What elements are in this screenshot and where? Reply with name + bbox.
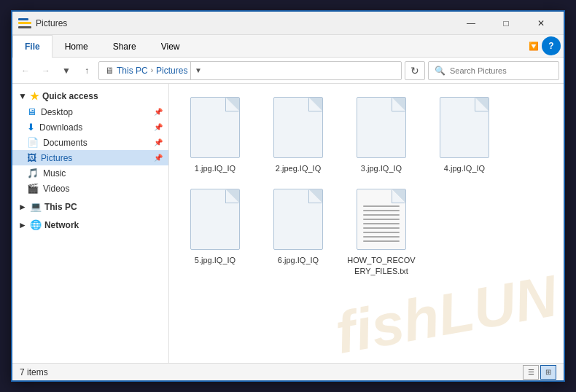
network-header[interactable]: ► 🌐 Network — [12, 217, 168, 232]
file-icon-1 — [190, 97, 240, 158]
this-pc-icon: 🖥 — [105, 66, 114, 76]
status-bar: 7 items ☰ ⊞ — [12, 363, 564, 380]
sidebar: ▼ ★ Quick access 🖥 Desktop 📌 ⬇ Downloads… — [12, 84, 169, 363]
sidebar-item-desktop[interactable]: 🖥 Desktop 📌 — [12, 104, 168, 119]
network-section: ► 🌐 Network — [12, 217, 168, 232]
this-pc-header[interactable]: ► 💻 This PC — [12, 199, 168, 214]
file-icon-4 — [440, 97, 489, 158]
file-icon-6 — [273, 189, 323, 250]
dropdown-recent-button[interactable]: ▼ — [58, 62, 75, 79]
file-icon-wrapper-4 — [435, 95, 494, 160]
path-this-pc[interactable]: This PC — [117, 66, 148, 76]
expand-icon: 🔽 — [529, 42, 539, 51]
sidebar-item-pictures-label: Pictures — [41, 153, 72, 163]
item-count: 7 items — [20, 367, 48, 377]
desktop-icon: 🖥 — [27, 106, 36, 117]
file-name-1: 1.jpg.IQ_IQ — [195, 163, 236, 173]
file-icon-wrapper-5 — [186, 187, 244, 252]
title-bar-controls: — □ ✕ — [454, 12, 558, 35]
up-button[interactable]: ↑ — [78, 62, 96, 79]
path-pictures[interactable]: Pictures — [156, 66, 187, 76]
window-icon — [18, 18, 31, 28]
close-button[interactable]: ✕ — [524, 12, 558, 35]
ribbon-tabs: File Home Share View 🔽 ? — [12, 35, 564, 57]
sidebar-item-music[interactable]: 🎵 Music — [12, 165, 168, 181]
search-input[interactable] — [450, 66, 553, 75]
ribbon: File Home Share View 🔽 ? — [12, 35, 564, 58]
file-icon-wrapper-3 — [352, 95, 410, 160]
title-bar: Pictures — □ ✕ — [12, 12, 564, 35]
this-pc-icon: 💻 — [30, 201, 42, 212]
search-icon: 🔍 — [435, 66, 445, 76]
help-button[interactable]: ? — [542, 36, 561, 55]
file-icon-wrapper-7 — [352, 187, 410, 252]
file-name-6: 6.jpg.IQ_IQ — [278, 255, 319, 265]
maximize-button[interactable]: □ — [489, 12, 523, 35]
file-icon-7 — [357, 189, 406, 250]
pin-icon-documents: 📌 — [154, 138, 163, 146]
quick-access-header[interactable]: ▼ ★ Quick access — [12, 88, 168, 104]
sidebar-item-downloads[interactable]: ⬇ Downloads 📌 — [12, 119, 168, 135]
tab-home[interactable]: Home — [52, 35, 101, 57]
refresh-button[interactable]: ↻ — [405, 61, 425, 80]
file-item-6[interactable]: 6.jpg.IQ_IQ — [258, 181, 338, 281]
file-area-container: 1.jpg.IQ_IQ 2.jpeg.IQ_IQ 3.jpg.IQ_IQ — [169, 84, 564, 363]
videos-icon: 🎬 — [27, 183, 39, 194]
file-item-7[interactable]: HOW_TO_RECOVERY_FILES.txt — [341, 181, 421, 281]
file-name-2: 2.jpeg.IQ_IQ — [276, 163, 321, 173]
pin-icon-downloads: 📌 — [154, 123, 163, 131]
music-icon: 🎵 — [27, 168, 39, 179]
area-watermark: fishLUN — [330, 281, 564, 348]
file-name-5: 5.jpg.IQ_IQ — [195, 255, 236, 265]
file-icon-wrapper-6 — [269, 187, 327, 252]
documents-icon: 📄 — [27, 137, 39, 148]
file-icon-3 — [357, 97, 406, 158]
back-button[interactable]: ← — [17, 62, 34, 79]
tab-file[interactable]: File — [12, 35, 52, 58]
path-sep-1: › — [151, 66, 153, 74]
sidebar-item-pictures[interactable]: 🖼 Pictures 📌 — [12, 150, 168, 165]
download-icon: ⬇ — [27, 122, 35, 133]
this-pc-chevron: ► — [18, 202, 27, 212]
path-dropdown-button[interactable]: ▼ — [190, 61, 205, 80]
large-icon-view-button[interactable]: ⊞ — [540, 365, 556, 380]
quick-access-chevron: ▼ — [18, 91, 27, 101]
text-lines — [363, 205, 400, 242]
pictures-icon: 🖼 — [27, 152, 36, 163]
file-item-3[interactable]: 3.jpg.IQ_IQ — [341, 90, 421, 179]
minimize-button[interactable]: — — [454, 12, 488, 35]
main-content: ▼ ★ Quick access 🖥 Desktop 📌 ⬇ Downloads… — [12, 84, 564, 363]
address-path: 🖥 This PC › Pictures ▼ — [98, 61, 402, 80]
file-name-7: HOW_TO_RECOVERY_FILES.txt — [345, 255, 418, 276]
file-item-2[interactable]: 2.jpeg.IQ_IQ — [258, 90, 338, 179]
file-item-1[interactable]: 1.jpg.IQ_IQ — [175, 90, 255, 179]
star-icon: ★ — [30, 90, 39, 102]
pin-icon-desktop: 📌 — [154, 108, 163, 116]
network-chevron: ► — [18, 220, 27, 230]
tab-share[interactable]: Share — [101, 35, 149, 57]
tab-view[interactable]: View — [149, 35, 192, 57]
window-title: Pictures — [36, 18, 454, 28]
network-label: Network — [44, 220, 79, 230]
sidebar-item-downloads-label: Downloads — [39, 122, 82, 133]
file-icon-2 — [273, 97, 323, 158]
sidebar-item-videos-label: Videos — [43, 184, 69, 194]
file-item-4[interactable]: 4.jpg.IQ_IQ — [424, 90, 505, 179]
file-item-5[interactable]: 5.jpg.IQ_IQ — [175, 181, 255, 281]
search-box: 🔍 — [428, 61, 559, 80]
sidebar-item-desktop-label: Desktop — [41, 107, 73, 117]
quick-access-label: Quick access — [42, 91, 98, 101]
forward-button[interactable]: → — [37, 62, 55, 79]
sidebar-item-documents[interactable]: 📄 Documents 📌 — [12, 135, 168, 150]
file-icon-wrapper-2 — [269, 95, 327, 160]
list-view-button[interactable]: ☰ — [523, 365, 539, 380]
this-pc-label: This PC — [44, 202, 77, 212]
file-name-4: 4.jpg.IQ_IQ — [444, 163, 485, 173]
view-buttons: ☰ ⊞ — [523, 365, 556, 380]
file-icon-wrapper-1 — [186, 95, 244, 160]
pin-icon-pictures: 📌 — [154, 154, 163, 162]
sidebar-item-videos[interactable]: 🎬 Videos — [12, 181, 168, 196]
explorer-window: Pictures — □ ✕ File Home Share View 🔽 ? … — [11, 10, 565, 382]
sidebar-item-music-label: Music — [43, 168, 66, 179]
quick-access-section: ▼ ★ Quick access 🖥 Desktop 📌 ⬇ Downloads… — [12, 88, 168, 196]
